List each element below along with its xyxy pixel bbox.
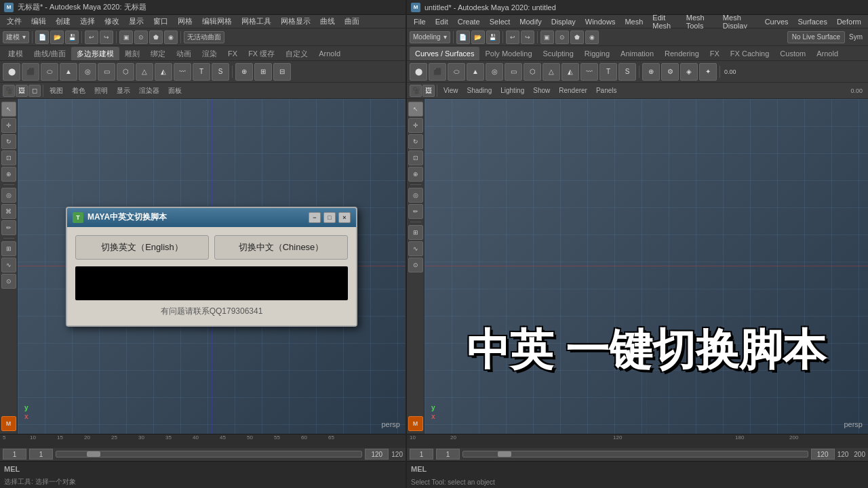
right-tab-fx[interactable]: FX: [705, 47, 725, 60]
left-menu-modify[interactable]: 修改: [100, 16, 123, 27]
left-torus-btn[interactable]: ◎: [79, 63, 96, 81]
right-tab-sculpting[interactable]: Sculpting: [538, 47, 579, 60]
right-snap-curve-btn[interactable]: ∿: [408, 241, 423, 256]
left-menu-curves[interactable]: 曲线: [316, 16, 339, 27]
right-save-btn[interactable]: 💾: [486, 30, 500, 44]
right-timeline-ruler[interactable]: 10 20 120 180 200: [407, 434, 868, 448]
right-svg-btn[interactable]: S: [618, 63, 636, 81]
right-text-btn[interactable]: T: [599, 63, 617, 81]
left-open-btn[interactable]: 📂: [50, 30, 64, 44]
right-menu-mesh-display[interactable]: Mesh Display: [719, 13, 760, 30]
right-menu-modify[interactable]: Modify: [515, 17, 545, 26]
left-tab-anim[interactable]: 动画: [171, 47, 197, 60]
left-scale-btn[interactable]: ⊡: [1, 150, 16, 165]
left-tab-custom[interactable]: 自定义: [280, 47, 313, 60]
right-cylinder-btn[interactable]: ⬭: [448, 63, 465, 81]
right-mode-dropdown[interactable]: Modeling ▾: [410, 31, 450, 43]
right-view-menu-show[interactable]: Show: [529, 86, 554, 95]
left-transform-btn[interactable]: ✛: [1, 118, 16, 133]
left-tab-sculpt[interactable]: 雕刻: [119, 47, 145, 60]
right-menu-windows[interactable]: Windows: [581, 17, 620, 26]
left-new-btn[interactable]: 📄: [35, 30, 49, 44]
right-prism-btn[interactable]: △: [542, 63, 560, 81]
right-plane-btn[interactable]: ▭: [505, 63, 522, 81]
left-tab-render[interactable]: 渲染: [197, 47, 222, 60]
left-soft-btn[interactable]: ◉: [164, 30, 178, 44]
left-rotate-btn[interactable]: ↻: [1, 134, 16, 149]
left-select-btn[interactable]: ▣: [119, 30, 133, 44]
left-menu-surfaces[interactable]: 曲面: [340, 16, 363, 27]
left-menu-edit[interactable]: 编辑: [27, 16, 50, 27]
right-menu-display[interactable]: Display: [547, 17, 580, 26]
right-snap-point-btn[interactable]: ⊙: [408, 258, 423, 272]
right-redo-btn[interactable]: ↪: [521, 30, 534, 44]
right-timeline-slider[interactable]: [462, 451, 808, 458]
right-cube-btn[interactable]: ⬛: [429, 63, 446, 81]
right-rotate-btn[interactable]: ↻: [408, 134, 423, 149]
left-grid-btn[interactable]: ⊟: [273, 63, 291, 81]
right-sphere-btn[interactable]: ⬤: [410, 63, 427, 81]
right-tab-fxcaching[interactable]: FX Caching: [725, 47, 774, 60]
right-soft-select-btn[interactable]: ◎: [408, 188, 423, 203]
left-view-img-btn[interactable]: 🖼: [16, 85, 28, 97]
right-torus-btn[interactable]: ◎: [486, 63, 503, 81]
right-paint-btn[interactable]: ⬟: [570, 30, 584, 44]
left-tab-jianmo[interactable]: 建模: [3, 47, 28, 60]
left-menu-select[interactable]: 选择: [76, 16, 99, 27]
right-render-btn[interactable]: ◈: [680, 63, 698, 81]
left-menu-mesh-display[interactable]: 网格显示: [277, 16, 315, 27]
right-tab-poly[interactable]: Poly Modeling: [479, 47, 537, 60]
left-svg-btn[interactable]: S: [212, 63, 229, 81]
left-cube-btn[interactable]: ⬛: [22, 63, 39, 81]
switch-english-btn[interactable]: 切换英文（English）: [75, 235, 209, 260]
right-view-menu-lighting[interactable]: Lighting: [496, 86, 528, 95]
right-tab-rendering[interactable]: Rendering: [659, 47, 705, 60]
left-view-cam-btn[interactable]: 🎥: [3, 85, 15, 97]
left-pipe-btn[interactable]: ⬡: [117, 63, 134, 81]
left-paint-btn[interactable]: ⬟: [149, 30, 163, 44]
right-pipe-btn[interactable]: ⬡: [524, 63, 541, 81]
right-menu-mesh[interactable]: Mesh: [620, 17, 647, 26]
left-pyramid-btn[interactable]: ◭: [155, 63, 172, 81]
right-lasso-btn[interactable]: ⊙: [555, 30, 569, 44]
right-select-btn[interactable]: ▣: [540, 30, 554, 44]
right-frame-start[interactable]: [410, 449, 433, 460]
left-tab-fxcache[interactable]: FX 缓存: [243, 47, 280, 60]
left-timeline-ruler[interactable]: 5 10 15 20 25 30 35 40 45 50 55 60 65: [0, 434, 406, 448]
right-menu-edit-mesh[interactable]: Edit Mesh: [648, 13, 680, 30]
right-tab-arnold[interactable]: Arnold: [811, 47, 844, 60]
left-menu-mesh-tools[interactable]: 网格工具: [237, 16, 275, 27]
left-redo-btn[interactable]: ↪: [100, 30, 113, 44]
left-timeline-slider[interactable]: [56, 451, 362, 458]
left-undo-btn[interactable]: ↩: [85, 30, 98, 44]
left-tab-curves[interactable]: 曲线/曲面: [28, 47, 71, 60]
left-prism-btn[interactable]: △: [136, 63, 153, 81]
left-view-menu-show[interactable]: 显示: [113, 85, 134, 96]
right-undo-btn[interactable]: ↩: [506, 30, 519, 44]
left-zoom-btn[interactable]: ⊕: [235, 63, 253, 81]
right-helix-btn[interactable]: 〰: [580, 63, 598, 81]
left-lasso-btn[interactable]: ⊙: [134, 30, 148, 44]
left-frame-end[interactable]: [365, 449, 389, 460]
right-view-menu-panels[interactable]: Panels: [592, 86, 621, 95]
left-text-btn[interactable]: T: [193, 63, 210, 81]
left-view-menu-shading[interactable]: 着色: [68, 85, 90, 96]
left-view-sel-btn[interactable]: ◻: [28, 85, 41, 97]
right-frame-range-end[interactable]: [811, 449, 835, 460]
left-menu-mesh[interactable]: 网格: [174, 16, 197, 27]
left-snap-point-btn[interactable]: ⊙: [1, 274, 16, 289]
right-menu-create[interactable]: Create: [454, 17, 484, 26]
right-pyramid-btn[interactable]: ◭: [561, 63, 579, 81]
left-helix-btn[interactable]: 〰: [174, 63, 191, 81]
right-open-btn[interactable]: 📂: [471, 30, 485, 44]
left-snap-curve-btn[interactable]: ∿: [1, 258, 16, 272]
right-menu-deform[interactable]: Deform: [833, 17, 865, 26]
left-view-menu-lighting[interactable]: 照明: [90, 85, 112, 96]
right-select-tool[interactable]: ↖: [408, 102, 423, 117]
left-menu-create[interactable]: 创建: [52, 16, 75, 27]
right-view-cam-btn[interactable]: 🎥: [410, 85, 422, 97]
left-tab-bind[interactable]: 绑定: [145, 47, 171, 60]
right-light-btn[interactable]: ✦: [699, 63, 717, 81]
left-cone-btn[interactable]: ▲: [60, 63, 77, 81]
right-transform-btn[interactable]: ✛: [408, 118, 423, 133]
